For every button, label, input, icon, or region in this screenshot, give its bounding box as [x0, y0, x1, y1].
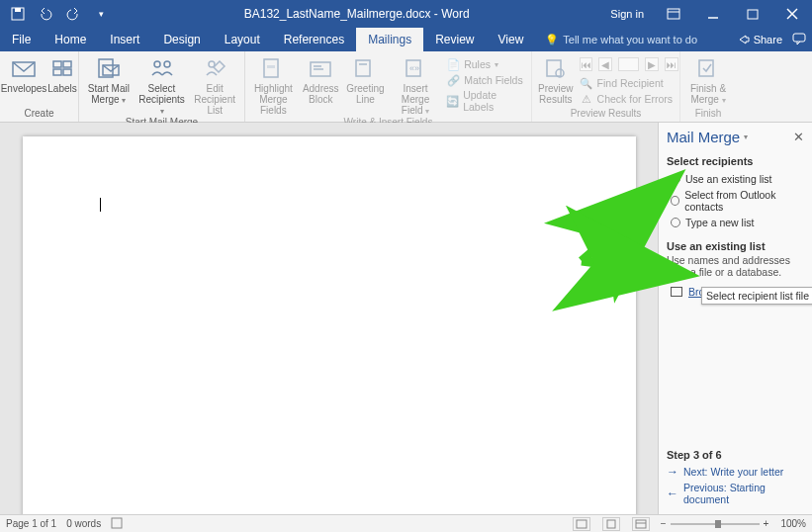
option-existing-list[interactable]: Use an existing list: [671, 173, 804, 185]
start-mail-merge-button[interactable]: Start Mail Merge ▾: [85, 55, 133, 106]
spellcheck-icon[interactable]: [111, 517, 125, 531]
page-indicator[interactable]: Page 1 of 1: [6, 518, 56, 529]
qat-customize-icon[interactable]: ▾: [89, 2, 113, 26]
svg-rect-11: [63, 61, 71, 67]
group-write-insert-fields: Highlight Merge Fields Address Block Gre…: [245, 51, 532, 122]
find-recipient-button[interactable]: 🔍Find Recipient: [580, 76, 678, 90]
zoom-slider[interactable]: [671, 523, 760, 525]
web-layout-icon[interactable]: [632, 517, 650, 531]
tab-design[interactable]: Design: [151, 28, 212, 51]
share-icon: [738, 34, 750, 45]
next-step-link[interactable]: → Next: Write your letter: [667, 465, 804, 479]
check-icon: ⚠: [580, 92, 593, 106]
tab-references[interactable]: References: [272, 28, 356, 51]
share-button[interactable]: Share: [738, 34, 782, 45]
workspace: Mail Merge ▾ ✕ Select recipients Use an …: [0, 123, 812, 514]
ribbon: Envelopes Labels Create Start Mail Merge…: [0, 51, 812, 123]
svg-rect-8: [793, 34, 805, 42]
document-area[interactable]: [0, 123, 658, 514]
option-new-list[interactable]: Type a new list: [671, 217, 804, 228]
envelope-icon: [9, 55, 39, 81]
word-count[interactable]: 0 words: [66, 518, 101, 529]
select-recipients-button[interactable]: Select Recipients ▾: [138, 55, 186, 117]
finish-merge-button[interactable]: Finish & Merge ▾: [686, 55, 730, 106]
close-button[interactable]: [772, 0, 812, 28]
update-labels-button[interactable]: 🔄Update Labels: [446, 89, 525, 113]
use-existing-list-text: Use names and addresses from a file or a…: [667, 254, 804, 278]
read-mode-icon[interactable]: [573, 517, 590, 531]
minimize-button[interactable]: [693, 0, 733, 28]
radio-icon: [671, 196, 679, 206]
maximize-button[interactable]: [733, 0, 772, 28]
ribbon-tabs: File Home Insert Design Layout Reference…: [0, 28, 812, 51]
last-record-icon[interactable]: ⏭: [665, 57, 678, 71]
radio-icon: [671, 174, 680, 184]
save-icon[interactable]: [6, 2, 30, 26]
edit-recipient-list-button[interactable]: Edit Recipient List: [191, 55, 238, 116]
sign-in-link[interactable]: Sign in: [600, 8, 654, 20]
svg-rect-24: [356, 60, 370, 76]
pane-title: Mail Merge: [667, 129, 740, 145]
group-create: Envelopes Labels Create: [0, 51, 79, 122]
svg-rect-2: [668, 9, 679, 19]
svg-rect-30: [699, 60, 713, 76]
first-record-icon[interactable]: ⏮: [580, 57, 593, 71]
tell-me-search[interactable]: 💡 Tell me what you want to do: [535, 28, 707, 51]
option-outlook-contacts[interactable]: Select from Outlook contacts: [671, 189, 804, 213]
group-finish: Finish & Merge ▾ Finish: [680, 51, 736, 122]
undo-icon[interactable]: [34, 2, 57, 26]
tab-mailings[interactable]: Mailings: [356, 28, 423, 51]
address-block-button[interactable]: Address Block: [302, 55, 340, 105]
arrow-right-icon: →: [667, 465, 678, 479]
tab-layout[interactable]: Layout: [213, 28, 272, 51]
edit-recipient-list-icon: [200, 55, 229, 81]
select-recipients-heading: Select recipients: [667, 155, 804, 167]
svg-rect-33: [607, 520, 615, 528]
zoom-level[interactable]: 100%: [780, 518, 806, 529]
highlight-icon: [258, 55, 288, 81]
arrow-left-icon: ←: [667, 487, 678, 500]
find-icon: 🔍: [580, 76, 593, 90]
highlight-merge-fields-button[interactable]: Highlight Merge Fields: [251, 55, 296, 116]
comments-icon[interactable]: [792, 33, 806, 46]
rules-button[interactable]: 📄Rules ▾: [446, 57, 525, 71]
svg-rect-34: [636, 520, 646, 528]
insert-merge-field-icon: «»: [401, 55, 430, 81]
insert-merge-field-button[interactable]: «» Insert Merge Field ▾: [391, 55, 440, 117]
tab-home[interactable]: Home: [43, 28, 98, 51]
select-recipients-icon: [147, 55, 177, 81]
record-number[interactable]: [618, 57, 639, 71]
redo-icon[interactable]: [61, 2, 85, 26]
tab-insert[interactable]: Insert: [98, 28, 151, 51]
group-preview-results: Preview Results ⏮ ◀ ▶ ⏭ 🔍Find Recipient …: [532, 51, 680, 122]
print-layout-icon[interactable]: [602, 517, 620, 531]
document-page[interactable]: [23, 136, 636, 514]
preview-results-button[interactable]: Preview Results: [538, 55, 574, 105]
record-nav[interactable]: ⏮ ◀ ▶ ⏭: [580, 57, 678, 71]
next-record-icon[interactable]: ▶: [645, 57, 659, 71]
greeting-line-button[interactable]: Greeting Line: [346, 55, 385, 105]
ribbon-display-icon[interactable]: [654, 0, 693, 28]
labels-button[interactable]: Labels: [47, 55, 77, 94]
tab-review[interactable]: Review: [423, 28, 486, 51]
pane-close-icon[interactable]: ✕: [793, 130, 804, 144]
check-errors-button[interactable]: ⚠Check for Errors: [580, 92, 678, 106]
svg-rect-32: [577, 520, 586, 528]
status-bar: Page 1 of 1 0 words − + 100%: [0, 514, 812, 532]
svg-rect-1: [15, 8, 21, 12]
svg-rect-31: [112, 518, 122, 528]
svg-rect-20: [267, 65, 275, 68]
tab-file[interactable]: File: [0, 28, 43, 51]
update-labels-icon: 🔄: [446, 94, 459, 108]
tab-view[interactable]: View: [487, 28, 536, 51]
window-title: BA132_LastName_Mailmerge.docx - Word: [113, 7, 600, 21]
lightbulb-icon: 💡: [545, 34, 559, 46]
match-fields-button[interactable]: 🔗Match Fields: [446, 73, 525, 87]
pane-menu-icon[interactable]: ▾: [744, 133, 748, 141]
browse-tooltip: Select recipient list file: [701, 287, 812, 305]
zoom-out-icon[interactable]: −: [661, 518, 667, 529]
prev-record-icon[interactable]: ◀: [598, 57, 612, 71]
zoom-in-icon[interactable]: +: [764, 518, 769, 529]
envelopes-button[interactable]: Envelopes: [6, 55, 42, 94]
prev-step-link[interactable]: ← Previous: Starting document: [667, 482, 804, 505]
